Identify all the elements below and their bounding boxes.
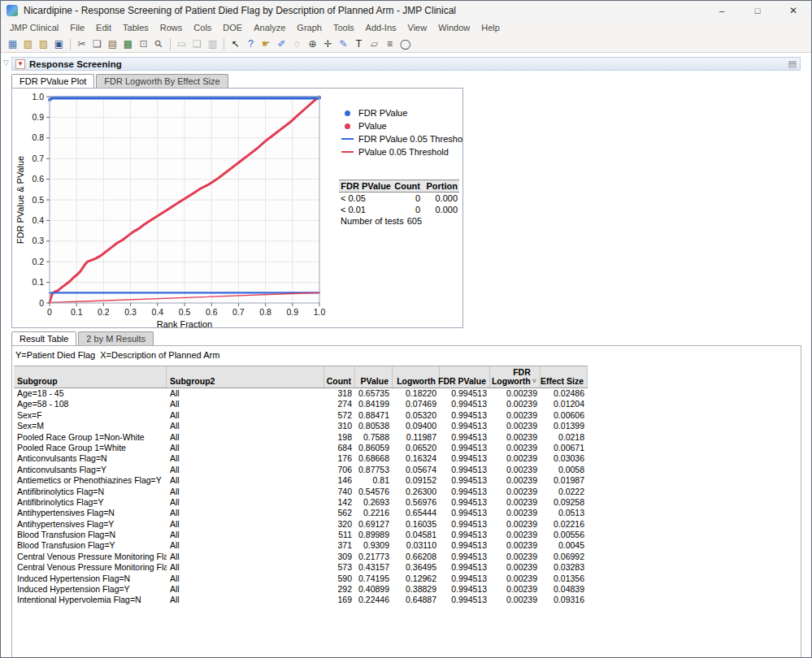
help-tool-icon[interactable]: ? — [243, 37, 258, 52]
search-icon[interactable]: ⚲ — [148, 33, 170, 55]
zoom-tool-icon[interactable]: ⊕ — [305, 37, 320, 52]
column-header[interactable]: FDR Logworth˅ — [490, 366, 541, 387]
cell-effect-size: 0.01399 — [541, 421, 588, 431]
column-header[interactable]: Subgroup˅ — [14, 366, 167, 387]
table-row[interactable]: Sex=MAll3100.805380.094000.9945130.00239… — [14, 421, 588, 431]
cut-icon[interactable]: ✂ — [74, 37, 89, 52]
layout-icon[interactable]: ▤ — [788, 58, 797, 69]
column-header[interactable]: Count˅ — [324, 366, 355, 387]
outline-collapse-icon[interactable]: ▽ — [3, 58, 9, 67]
journal-page-icon[interactable]: ▭ — [174, 37, 189, 52]
table-row[interactable]: Central Venous Pressure Monitoring Flag=… — [14, 562, 588, 573]
tab-2-by-m-results[interactable]: 2 by M Results — [78, 331, 154, 345]
save-icon[interactable]: ▣ — [51, 37, 67, 52]
legend-item[interactable]: PValue 0.05 Threshold — [341, 145, 463, 158]
column-header[interactable]: FDR PValue˅ — [440, 366, 490, 387]
titlebar: Nicardipine - Response Screening of Pati… — [1, 1, 811, 20]
svg-text:0.7: 0.7 — [32, 154, 44, 163]
toolbar-separator[interactable] — [70, 38, 71, 50]
import-icon[interactable]: ▨ — [36, 37, 51, 52]
cell-fdr-logworth: 0.00239 — [490, 421, 541, 431]
menu-item[interactable]: Add-Ins — [360, 20, 402, 36]
maximize-button[interactable]: □ — [740, 1, 775, 20]
table-row[interactable]: Induced Hypertension Flag=NAll5900.74195… — [14, 574, 588, 584]
menu-item[interactable]: Window — [432, 20, 475, 36]
table-row[interactable]: Blood Transfusion Flag=YAll3710.93090.03… — [14, 540, 588, 551]
cell-subgroup2: All — [167, 399, 324, 409]
table-row[interactable]: Antihypertensives Flag=YAll3200.691270.1… — [14, 519, 588, 530]
table-row[interactable]: Blood Transfusion Flag=NAll5110.899890.0… — [14, 530, 588, 540]
cell-count: 274 — [324, 399, 355, 409]
close-button[interactable]: ✕ — [775, 1, 811, 20]
layout-page-icon[interactable]: ▥ — [205, 37, 220, 52]
table-row[interactable]: Anticonvulsants Flag=NAll1760.686680.163… — [14, 453, 588, 464]
menu-item[interactable]: Tools — [328, 20, 360, 36]
legend-item[interactable]: FDR PValue 0.05 Threshold — [341, 132, 463, 145]
menu-item[interactable]: JMP Clinical — [4, 20, 64, 36]
table-row[interactable]: Antifibrinolytics Flag=NAll7400.545760.2… — [14, 487, 588, 497]
oval-tool-icon[interactable]: ◯ — [397, 37, 413, 52]
legend-label: PValue 0.05 Threshold — [358, 147, 449, 157]
data-grid-icon[interactable]: ▩ — [120, 37, 136, 52]
table-row[interactable]: Pooled Race Group 1=Non-WhiteAll1980.758… — [14, 432, 588, 443]
column-header[interactable]: Effect Size˅ — [541, 366, 588, 387]
cell-effect-size: 0.09258 — [541, 497, 588, 508]
cell-fdr-logworth: 0.00239 — [490, 530, 541, 540]
minimize-button[interactable]: – — [704, 1, 740, 20]
cell-logworth: 0.07469 — [393, 399, 440, 409]
table-row[interactable]: Pooled Race Group 1=WhiteAll6840.860590.… — [14, 443, 588, 453]
tab-fdr-logworth-by-effect-size[interactable]: FDR Logworth By Effect Size — [96, 74, 228, 88]
cell-effect-size: 0.02216 — [541, 519, 588, 530]
paste-icon[interactable]: ▤ — [105, 37, 120, 52]
menu-item[interactable]: Analyze — [248, 20, 291, 36]
table-row[interactable]: Intentional Hypervolemia Flag=NAll1690.2… — [14, 595, 588, 605]
column-header[interactable]: Logworth˅ — [393, 366, 440, 387]
lines-tool-icon[interactable]: ≡ — [382, 37, 397, 52]
crosshair-tool-icon[interactable]: ✛ — [320, 37, 336, 52]
pencil-tool-icon[interactable]: ✎ — [336, 37, 351, 52]
cell-fdr-pvalue: 0.994513 — [440, 432, 490, 443]
table-row[interactable]: Sex=FAll5720.884710.053200.9945130.00239… — [14, 410, 588, 421]
menu-item[interactable]: Tables — [117, 20, 154, 36]
sort-caret-icon[interactable]: ˅ — [532, 377, 536, 386]
annotate-tool-icon[interactable]: T — [351, 37, 367, 52]
legend-item[interactable]: PValue — [341, 119, 463, 132]
table-row[interactable]: Age=18 - 45All3180.657350.182200.9945130… — [14, 388, 588, 399]
column-header[interactable]: Subgroup2˅ — [167, 366, 324, 387]
red-triangle-disclosure-icon[interactable]: ▼ — [15, 59, 25, 69]
column-header-label: Subgroup — [17, 377, 58, 386]
copy-page-icon[interactable]: ❏ — [189, 37, 205, 52]
menu-item[interactable]: Cols — [188, 20, 217, 36]
table-row[interactable]: Induced Hypertension Flag=YAll2920.40899… — [14, 584, 588, 595]
copy-icon[interactable]: ❏ — [89, 37, 105, 52]
menu-item[interactable]: Graph — [291, 20, 328, 36]
cell-fdr-pvalue: 0.994513 — [440, 475, 490, 486]
menu-item[interactable]: Help — [475, 20, 506, 36]
menu-item[interactable]: File — [64, 20, 90, 36]
toolbar-separator[interactable] — [224, 38, 224, 50]
cell-fdr-logworth: 0.00239 — [490, 453, 541, 464]
legend-item[interactable]: FDR PValue — [341, 106, 463, 119]
grabber-tool-icon[interactable]: ☛ — [258, 37, 274, 52]
tab-result-table[interactable]: Result Table — [11, 331, 76, 345]
open-icon[interactable]: ▧ — [20, 37, 36, 52]
cell-logworth: 0.16324 — [393, 453, 440, 464]
cell-effect-size: 0.09316 — [541, 595, 588, 605]
table-row[interactable]: Antiemetics or Phenothiazines Flag=YAll1… — [14, 475, 588, 486]
arrow-tool-icon[interactable]: ↖ — [228, 37, 243, 52]
menu-item[interactable]: Edit — [90, 20, 117, 36]
table-row[interactable]: Anticonvulsants Flag=YAll7060.877530.056… — [14, 465, 588, 475]
cell-fdr-pvalue: 0.994513 — [440, 584, 490, 595]
brush-tool-icon[interactable]: ✐ — [274, 37, 289, 52]
tab-fdr-pvalue-plot[interactable]: FDR PValue Plot — [11, 74, 94, 88]
lasso-tool-icon[interactable]: ◌ — [289, 37, 305, 52]
column-header[interactable]: PValue˅ — [355, 366, 393, 387]
ruler-tool-icon[interactable]: ▱ — [367, 37, 382, 52]
table-row[interactable]: Antifibrinolytics Flag=YAll1420.26930.56… — [14, 497, 588, 508]
menu-item[interactable]: DOE — [217, 20, 248, 36]
menu-item[interactable]: View — [402, 20, 433, 36]
table-row[interactable]: Central Venous Pressure Monitoring Flag=… — [14, 552, 588, 562]
table-row[interactable]: Antihypertensives Flag=NAll5620.22160.65… — [14, 508, 588, 518]
table-row[interactable]: Age=58 - 108All2740.841990.074690.994513… — [14, 399, 588, 409]
new-data-table-icon[interactable]: ▦ — [5, 37, 20, 52]
